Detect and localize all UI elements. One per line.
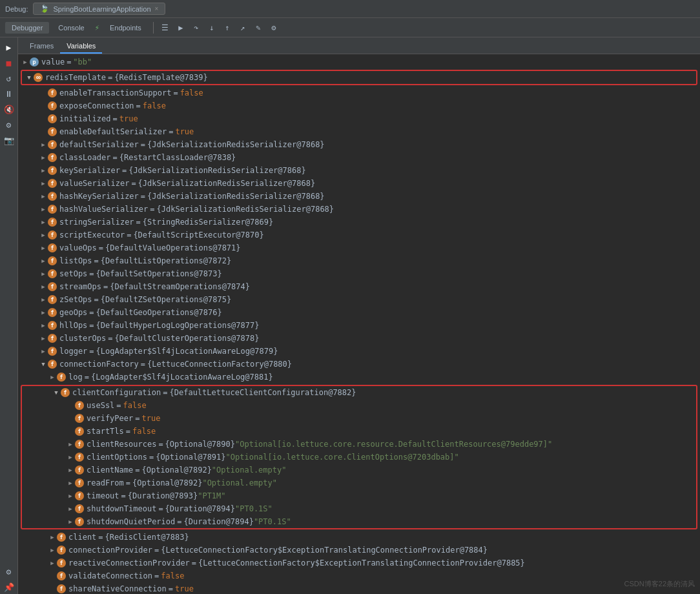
var-icon-f: f bbox=[48, 334, 57, 343]
table-row: ▶ f hllOps = {DefaultHyperLogLogOperatio… bbox=[18, 319, 700, 332]
expand-arrow[interactable]: ▼ bbox=[39, 361, 48, 367]
var-icon-f: f bbox=[48, 140, 57, 149]
table-row: ▶ f shareNativeConnection = true bbox=[18, 582, 700, 594]
var-icon-f: f bbox=[48, 127, 57, 136]
expand-arrow[interactable]: ▶ bbox=[39, 335, 48, 342]
table-row: ▶ f geoOps = {DefaultGeoOperations@7876} bbox=[18, 306, 700, 319]
table-row: ▶ f shutdownQuietPeriod = {Duration@7894… bbox=[22, 515, 696, 528]
sidebar-camera[interactable]: 📷 bbox=[2, 133, 16, 147]
left-sidebar: ▶ ■ ↺ ⏸ 🔇 ⚙ 📷 ⚙ 📌 bbox=[0, 37, 18, 594]
expand-arrow[interactable]: ▼ bbox=[52, 389, 61, 396]
table-row: ▶ f valueOps = {DefaultValueOperations@7… bbox=[18, 241, 700, 254]
spring-icon: 🍃 bbox=[40, 5, 49, 13]
table-row: ▶ f initialized = true bbox=[18, 112, 700, 125]
table-row: ▶ f reactiveConnectionProvider = {Lettuc… bbox=[18, 557, 700, 569]
table-row: ▶ f clientOptions = {Optional@7891} "Opt… bbox=[22, 451, 696, 464]
table-row: ▶ f useSsl = false bbox=[22, 399, 696, 412]
table-row: ▶ f enableTransactionSupport = false bbox=[18, 87, 700, 99]
expand-arrow[interactable]: ▶ bbox=[48, 374, 57, 380]
var-icon-f: f bbox=[75, 517, 84, 526]
tab-endpoints[interactable]: Endpoints bbox=[103, 22, 148, 34]
sidebar-pin[interactable]: 📌 bbox=[2, 580, 16, 594]
expand-arrow[interactable]: ▶ bbox=[39, 245, 48, 251]
table-row: ▶ f startTls = false bbox=[22, 425, 696, 438]
var-icon-f: f bbox=[75, 466, 84, 475]
sidebar-mute[interactable]: 🔇 bbox=[2, 102, 16, 116]
var-icon-f: f bbox=[48, 347, 57, 356]
expand-arrow[interactable]: ▶ bbox=[66, 480, 75, 486]
var-icon-f: f bbox=[48, 360, 57, 369]
expand-arrow[interactable]: ▶ bbox=[39, 348, 48, 354]
variables-content[interactable]: ▶ p value = "bb" ▼ oo redisTemplate = {R… bbox=[18, 54, 700, 594]
var-icon-f: f bbox=[48, 114, 57, 123]
expand-arrow[interactable]: ▶ bbox=[66, 506, 75, 512]
expand-arrow[interactable]: ▶ bbox=[66, 493, 75, 499]
var-icon-f: f bbox=[75, 504, 84, 513]
step-over-btn[interactable]: ↷ bbox=[190, 21, 203, 34]
tab-debugger[interactable]: Debugger bbox=[5, 22, 49, 34]
expand-arrow[interactable]: ▶ bbox=[39, 322, 48, 329]
sidebar-rerun[interactable]: ↺ bbox=[2, 71, 16, 85]
expand-arrow[interactable]: ▶ bbox=[66, 467, 75, 473]
expand-arrow[interactable]: ▶ bbox=[39, 206, 48, 212]
table-row: ▶ f timeout = {Duration@7893} "PT1M" bbox=[22, 489, 696, 502]
sidebar-settings[interactable]: ⚙ bbox=[2, 118, 16, 132]
menu-btn[interactable]: ☰ bbox=[159, 21, 172, 34]
expand-arrow[interactable]: ▶ bbox=[66, 441, 75, 447]
expand-arrow[interactable]: ▶ bbox=[39, 141, 48, 148]
expand-arrow[interactable]: ▶ bbox=[39, 232, 48, 238]
table-row: ▼ f connectionFactory = {LettuceConnecti… bbox=[18, 358, 700, 371]
run-to-cursor-btn[interactable]: ↗ bbox=[236, 21, 249, 34]
settings-btn[interactable]: ⚙ bbox=[267, 21, 280, 34]
expand-arrow[interactable]: ▶ bbox=[39, 219, 48, 225]
var-icon-f: f bbox=[48, 321, 57, 330]
expand-arrow[interactable]: ▶ bbox=[39, 193, 48, 200]
evaluate-btn[interactable]: ✎ bbox=[252, 21, 265, 34]
step-into-btn[interactable]: ↓ bbox=[205, 21, 218, 34]
var-icon-f: f bbox=[48, 166, 57, 175]
expand-arrow[interactable]: ▶ bbox=[39, 258, 48, 264]
tab-frames[interactable]: Frames bbox=[23, 39, 60, 54]
expand-arrow[interactable]: ▶ bbox=[48, 560, 57, 566]
expand-arrow[interactable]: ▶ bbox=[48, 547, 57, 553]
sidebar-gear2[interactable]: ⚙ bbox=[2, 564, 16, 579]
table-row: ▶ f streamOps = {DefaultStreamOperations… bbox=[18, 280, 700, 293]
resume-btn[interactable]: ▶ bbox=[174, 21, 187, 34]
expand-arrow[interactable]: ▶ bbox=[66, 518, 75, 525]
expand-arrow[interactable]: ▶ bbox=[48, 534, 57, 540]
expand-arrow[interactable]: ▶ bbox=[39, 154, 48, 161]
expand-arrow[interactable]: ▶ bbox=[39, 167, 48, 174]
expand-arrow[interactable]: ▶ bbox=[39, 283, 48, 290]
var-icon-f: f bbox=[48, 295, 57, 304]
redis-template-outline: ▼ oo redisTemplate = {RedisTemplate@7839… bbox=[21, 70, 697, 85]
step-out-btn[interactable]: ↑ bbox=[221, 21, 234, 34]
sidebar-stop[interactable]: ■ bbox=[2, 56, 16, 70]
table-row: ▶ f defaultSerializer = {JdkSerializatio… bbox=[18, 138, 700, 151]
close-tab-icon[interactable]: × bbox=[155, 5, 159, 12]
expand-arrow[interactable]: ▶ bbox=[66, 454, 75, 460]
var-icon-f: f bbox=[75, 478, 84, 487]
sidebar-pause[interactable]: ⏸ bbox=[2, 87, 16, 101]
var-icon-f: f bbox=[48, 153, 57, 162]
expand-arrow[interactable]: ▼ bbox=[25, 74, 34, 81]
expand-arrow[interactable]: ▶ bbox=[39, 309, 48, 316]
table-row: ▶ f hashValueSerializer = {JdkSerializat… bbox=[18, 203, 700, 216]
table-row: ▶ f setOps = {DefaultSetOperations@7873} bbox=[18, 267, 700, 280]
expand-arrow[interactable]: ▶ bbox=[21, 59, 30, 65]
app-tab[interactable]: 🍃 SpringBootLearningApplication × bbox=[33, 3, 165, 15]
var-icon-f: f bbox=[57, 584, 66, 593]
expand-arrow[interactable]: ▶ bbox=[39, 296, 48, 303]
table-row: ▶ f clientName = {Optional@7892} "Option… bbox=[22, 464, 696, 476]
var-icon-f: f bbox=[57, 571, 66, 580]
expand-arrow[interactable]: ▶ bbox=[39, 271, 48, 277]
var-icon-f: f bbox=[75, 401, 84, 410]
table-row: ▶ f clusterOps = {DefaultClusterOperatio… bbox=[18, 332, 700, 345]
sidebar-resume[interactable]: ▶ bbox=[2, 40, 16, 54]
tab-console[interactable]: Console bbox=[52, 22, 90, 34]
var-icon-f: f bbox=[48, 269, 57, 278]
expand-arrow[interactable]: ▶ bbox=[39, 180, 48, 187]
table-row: ▶ f validateConnection = false bbox=[18, 569, 700, 582]
table-row: ▶ f enableDefaultSerializer = true bbox=[18, 125, 700, 138]
var-icon-f: f bbox=[75, 427, 84, 436]
tab-variables[interactable]: Variables bbox=[60, 39, 102, 54]
